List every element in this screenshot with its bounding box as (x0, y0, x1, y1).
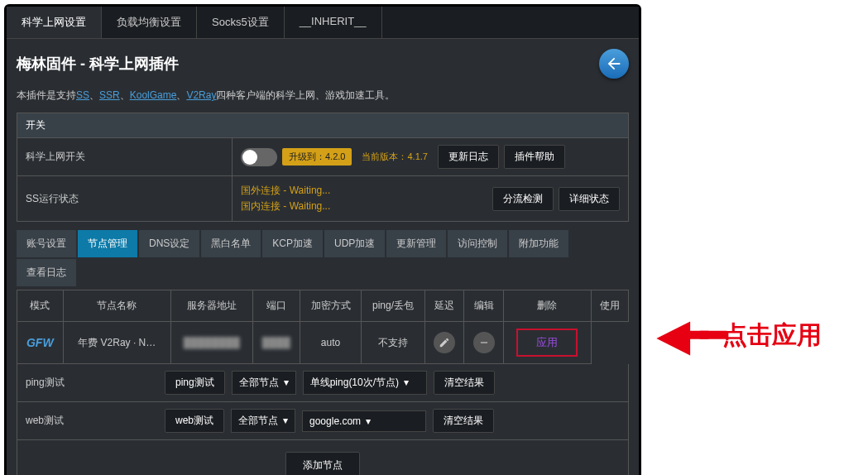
ping-test-button[interactable]: ping测试 (165, 371, 225, 395)
subtab-update[interactable]: 更新管理 (386, 230, 446, 257)
ping-mode-select[interactable]: 单线ping(10次/节点)▾ (303, 371, 427, 395)
subtab-udp[interactable]: UDP加速 (324, 230, 385, 257)
annotation-text: 点击应用 (722, 319, 822, 353)
link-v2ray[interactable]: V2Ray (186, 89, 216, 101)
proxy-toggle[interactable] (241, 148, 277, 166)
status-label: SS运行状态 (17, 176, 233, 221)
web-test-button[interactable]: web测试 (165, 409, 224, 433)
edit-button[interactable] (473, 332, 495, 353)
tab-inherit[interactable]: __INHERIT__ (285, 7, 382, 38)
main-panel: 科学上网设置 负载均衡设置 Socks5设置 __INHERIT__ 梅林固件 … (4, 4, 641, 475)
th-edit: 编辑 (464, 290, 504, 322)
th-latency: 延迟 (424, 290, 464, 322)
detail-status-button[interactable]: 详细状态 (559, 187, 620, 211)
subtab-dns[interactable]: DNS设定 (139, 230, 199, 257)
annotation: ◀━━ 点击应用 (658, 314, 822, 356)
pencil-icon (439, 337, 450, 348)
apply-button[interactable]: 应用 (516, 329, 578, 357)
upgrade-badge: 升级到：4.2.0 (282, 148, 352, 166)
th-port: 端口 (252, 290, 300, 322)
flow-check-button[interactable]: 分流检测 (492, 187, 554, 211)
tab-load-balance[interactable]: 负载均衡设置 (102, 7, 197, 38)
port: ████ (262, 337, 290, 348)
back-button[interactable] (599, 49, 629, 79)
ping-nodes-select[interactable]: 全部节点▾ (232, 371, 296, 395)
web-test-label: web测试 (26, 414, 158, 428)
mode-badge: GFW (26, 336, 54, 349)
th-server: 服务器地址 (170, 290, 252, 322)
chevron-icon: ▾ (284, 377, 289, 388)
switch-section-header: 开关 (17, 113, 629, 138)
subtab-blacklist[interactable]: 黑白名单 (201, 230, 261, 257)
chevron-icon: ▾ (366, 415, 371, 427)
node-table: 模式 节点名称 服务器地址 端口 加密方式 ping/丢包 延迟 编辑 删除 使… (17, 290, 629, 364)
changelog-button[interactable]: 更新日志 (438, 145, 499, 169)
minus-icon (478, 337, 490, 348)
th-enc: 加密方式 (300, 290, 361, 322)
encryption: auto (300, 322, 361, 364)
tab-socks5[interactable]: Socks5设置 (197, 7, 285, 38)
ping-clear-button[interactable]: 清空结果 (434, 371, 495, 395)
subtab-account[interactable]: 账号设置 (17, 230, 76, 257)
subtab-access[interactable]: 访问控制 (448, 230, 507, 257)
th-name: 节点名称 (63, 290, 170, 322)
back-arrow-icon (605, 55, 623, 73)
page-title: 梅林固件 - 科学上网插件 (17, 54, 179, 74)
latency-button[interactable] (434, 332, 455, 353)
subtab-extra[interactable]: 附加功能 (509, 230, 568, 257)
arrow-icon: ◀━━ (658, 314, 719, 356)
link-ss[interactable]: SS (76, 89, 89, 101)
help-button[interactable]: 插件帮助 (504, 145, 565, 169)
current-version: 当前版本：4.1.7 (357, 148, 432, 166)
table-row: GFW 年费 V2Ray · N… ████████ ████ auto 不支持… (17, 322, 629, 364)
tab-proxy-settings[interactable]: 科学上网设置 (7, 7, 102, 38)
subtab-logs[interactable]: 查看日志 (17, 259, 76, 286)
th-use: 使用 (591, 290, 628, 322)
subtab-nodes[interactable]: 节点管理 (78, 230, 137, 257)
web-nodes-select[interactable]: 全部节点▾ (231, 409, 295, 433)
subtab-kcp[interactable]: KCP加速 (262, 230, 323, 257)
description: 本插件是支持SS、SSR、KoolGame、V2Ray四种客户端的科学上网、游戏… (17, 89, 629, 103)
th-ping: ping/丢包 (362, 290, 425, 322)
web-site-select[interactable]: google.com▾ (302, 410, 426, 432)
ping-test-label: ping测试 (26, 376, 158, 390)
switch-label: 科学上网开关 (17, 138, 233, 175)
add-node-button[interactable]: 添加节点 (285, 452, 360, 475)
web-clear-button[interactable]: 清空结果 (433, 409, 494, 433)
node-name: 年费 V2Ray · N… (63, 322, 170, 364)
chevron-icon: ▾ (404, 377, 409, 388)
status-text: 国外连接 - Waiting... 国内连接 - Waiting... (241, 183, 330, 214)
top-tabs: 科学上网设置 负载均衡设置 Socks5设置 __INHERIT__ (7, 7, 639, 39)
link-koolgame[interactable]: KoolGame (130, 89, 177, 101)
ping-result: 不支持 (362, 322, 425, 364)
link-ssr[interactable]: SSR (99, 89, 120, 101)
sub-tabs: 账号设置 节点管理 DNS设定 黑白名单 KCP加速 UDP加速 更新管理 访问… (17, 230, 629, 286)
chevron-icon: ▾ (283, 415, 288, 426)
toggle-knob (242, 150, 257, 165)
server-addr: ████████ (184, 337, 240, 348)
th-mode: 模式 (17, 290, 64, 322)
th-delete: 删除 (503, 290, 591, 322)
